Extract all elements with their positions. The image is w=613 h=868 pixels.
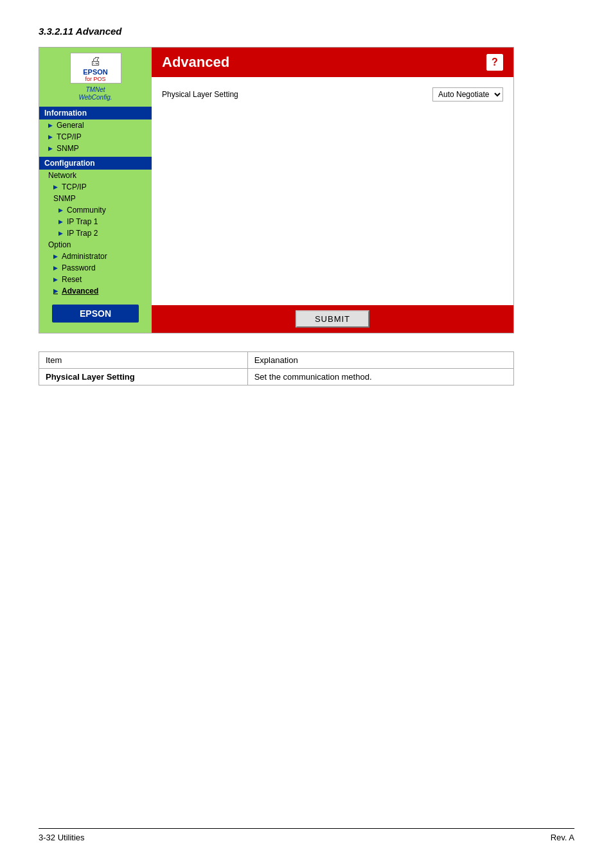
sidebar-item-general[interactable]: General xyxy=(39,120,152,131)
sidebar-item-reset[interactable]: Reset xyxy=(39,274,152,285)
sidebar-item-option: Option xyxy=(39,239,152,251)
info-table-container: Item Explanation Physical Layer Setting … xyxy=(39,351,514,385)
main-content: Advanced ? Physical Layer Setting Auto N… xyxy=(152,48,513,333)
sidebar-item-community[interactable]: Community xyxy=(39,204,152,216)
webconfig-frame: 🖨 EPSON for POS TMNetWebConfig. Informat… xyxy=(39,47,514,333)
info-table: Item Explanation Physical Layer Setting … xyxy=(39,351,514,385)
sidebar-header-information: Information xyxy=(39,107,152,120)
epson-logo-box: 🖨 EPSON for POS xyxy=(70,53,121,84)
col-item-header: Item xyxy=(39,352,248,369)
epson-logo-text: EPSON xyxy=(83,68,108,76)
table-row: Physical Layer Setting Set the communica… xyxy=(39,369,514,385)
main-title: Advanced xyxy=(162,54,229,71)
tmnet-label: TMNetWebConfig. xyxy=(78,86,112,102)
table-cell-item: Physical Layer Setting xyxy=(39,369,248,385)
footer-left: 3-32 Utilities xyxy=(39,833,85,842)
submit-bar: SUBMIT xyxy=(152,305,513,333)
page-footer: 3-32 Utilities Rev. A xyxy=(39,828,574,842)
sidebar-item-network: Network xyxy=(39,170,152,181)
logo-area: 🖨 EPSON for POS TMNetWebConfig. xyxy=(39,48,152,104)
col-explanation-header: Explanation xyxy=(247,352,513,369)
section-heading: 3.3.2.11 Advanced xyxy=(39,26,574,37)
sidebar-item-tcpip-config[interactable]: TCP/IP xyxy=(39,181,152,193)
printer-icon: 🖨 xyxy=(90,55,102,68)
form-row-physical-layer: Physical Layer Setting Auto Negotiate 10… xyxy=(162,87,503,102)
physical-layer-label: Physical Layer Setting xyxy=(162,90,238,99)
sidebar-header-configuration: Configuration xyxy=(39,157,152,170)
table-cell-explanation: Set the communication method. xyxy=(247,369,513,385)
sidebar-item-iptrap1[interactable]: IP Trap 1 xyxy=(39,216,152,227)
sidebar-item-administrator[interactable]: Administrator xyxy=(39,251,152,262)
sidebar-item-snmp-config: SNMP xyxy=(39,193,152,204)
main-body: Physical Layer Setting Auto Negotiate 10… xyxy=(152,77,513,303)
sidebar-item-snmp-info[interactable]: SNMP xyxy=(39,143,152,154)
footer-right: Rev. A xyxy=(551,833,574,842)
sidebar: 🖨 EPSON for POS TMNetWebConfig. Informat… xyxy=(39,48,152,333)
sidebar-item-iptrap2[interactable]: IP Trap 2 xyxy=(39,227,152,239)
main-header: Advanced ? xyxy=(152,48,513,77)
epson-bottom-button[interactable]: EPSON xyxy=(52,305,139,323)
help-icon[interactable]: ? xyxy=(486,54,503,71)
sidebar-item-password[interactable]: Password xyxy=(39,262,152,274)
physical-layer-select[interactable]: Auto Negotiate 10Mbps Half 10Mbps Full 1… xyxy=(432,87,503,102)
epson-logo-sub: for POS xyxy=(85,76,105,82)
sidebar-item-tcpip-info[interactable]: TCP/IP xyxy=(39,131,152,143)
sidebar-item-advanced[interactable]: Advanced xyxy=(39,285,152,297)
submit-button[interactable]: SUBMIT xyxy=(296,310,369,328)
